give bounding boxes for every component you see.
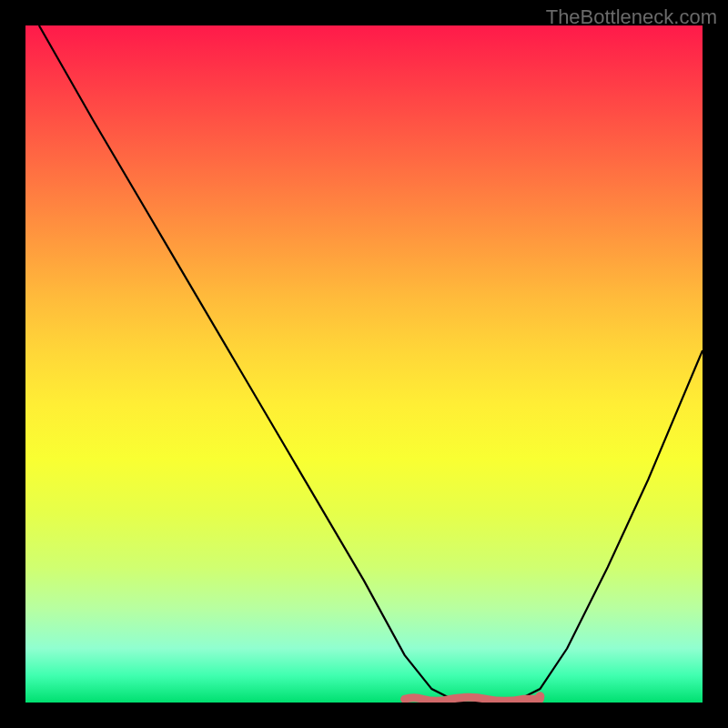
sweet-spot-band bbox=[405, 697, 541, 701]
plot-area bbox=[25, 25, 703, 703]
watermark-text: TheBottleneck.com bbox=[546, 5, 717, 29]
bottleneck-curve bbox=[39, 25, 703, 703]
sweet-spot-end-dot bbox=[535, 692, 544, 701]
curve-layer bbox=[25, 25, 703, 703]
